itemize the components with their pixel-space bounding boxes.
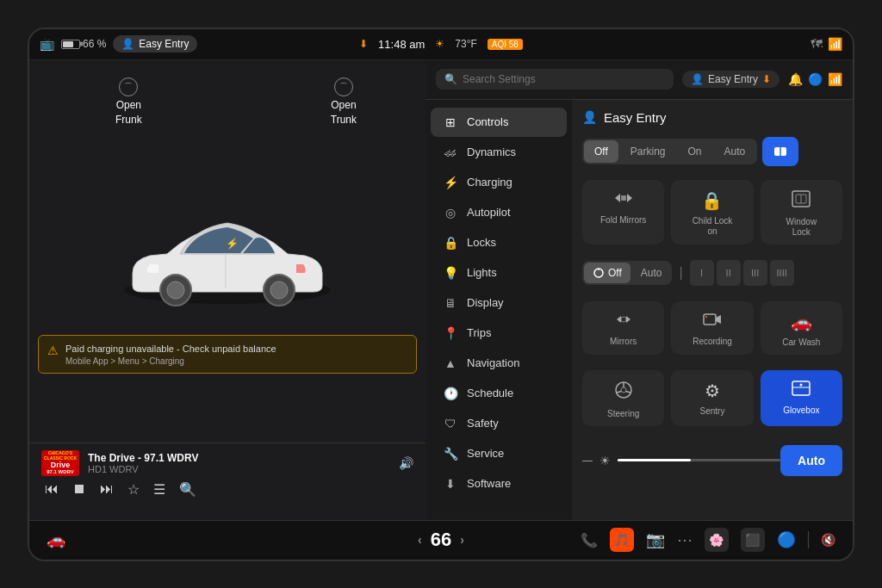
easy-entry-section-header: 👤 Easy Entry — [582, 110, 842, 125]
sidebar-item-lights[interactable]: 💡 Lights — [431, 258, 567, 288]
speed-arrow-right[interactable]: › — [460, 533, 464, 547]
car-icon[interactable]: 🚗 — [47, 530, 65, 549]
user-icon-header: 👤 — [691, 73, 704, 85]
charge-warning: ⚠ Paid charging unavailable - Check unpa… — [38, 335, 417, 373]
mirror-active-btn[interactable] — [762, 137, 798, 166]
sidebar-item-service[interactable]: 🔧 Service — [431, 439, 567, 468]
fold-mirrors-icon — [613, 190, 634, 210]
glovebox-item[interactable]: Glovebox — [761, 370, 842, 426]
safety-icon: 🛡 — [443, 417, 458, 430]
sidebar-item-dynamics[interactable]: 🏎 Dynamics — [431, 138, 567, 167]
wiper-off-btn[interactable]: Off — [584, 263, 630, 283]
sidebar-item-schedule[interactable]: 🕐 Schedule — [431, 379, 567, 408]
wiper-speed-1[interactable]: I — [690, 260, 714, 286]
mirror-control-row: Off Parking On Auto — [582, 137, 842, 166]
svg-text:⚡: ⚡ — [226, 237, 239, 250]
warning-icon: ⚠ — [47, 344, 59, 357]
fold-mirrors-item[interactable]: Fold Mirrors — [582, 180, 664, 244]
media-station: HD1 WDRV — [88, 464, 390, 474]
display-icon: 🖥 — [443, 296, 458, 310]
mirror-parking-btn[interactable]: Parking — [620, 140, 676, 163]
right-panel: 🔍 👤 Easy Entry ⬇ 🔔 🔵 📶 — [425, 60, 853, 520]
wiper-auto-btn[interactable]: Auto — [632, 263, 671, 283]
volume-mute-icon[interactable]: 🔇 — [821, 533, 835, 547]
sidebar-item-charging[interactable]: ⚡ Charging — [431, 168, 567, 197]
child-lock-item[interactable]: 🔒 Child Lockon — [671, 180, 753, 244]
wiper-speed-3[interactable]: III — [743, 260, 767, 286]
svg-rect-9 — [621, 195, 626, 201]
sidebar-item-software[interactable]: ⬇ Software — [431, 469, 567, 498]
locks-icon: 🔒 — [443, 236, 458, 250]
mirrors-label: Mirrors — [610, 337, 637, 347]
window-lock-item[interactable]: WindowLock — [761, 180, 842, 244]
trunk-label[interactable]: ⌒ Open Trunk — [331, 77, 357, 126]
bluetooth-icon[interactable]: 🔵 — [808, 72, 823, 86]
bluetooth-bottom-icon[interactable]: 🔵 — [777, 530, 796, 549]
media-title: The Drive - 97.1 WDRV — [88, 452, 390, 464]
mirrors-item[interactable]: Mirrors — [582, 301, 664, 355]
mirror-off-btn[interactable]: Off — [584, 140, 618, 163]
map-icon: 🗺 — [811, 37, 823, 51]
service-icon: 🔧 — [443, 447, 458, 461]
grid-icon[interactable]: ⬛ — [741, 528, 765, 552]
sidebar-item-locks[interactable]: 🔒 Locks — [431, 228, 567, 257]
media-info: CHICAGO'S CLASSIC ROCK Drive 97.1 WDRV T… — [41, 450, 413, 476]
bell-icon[interactable]: 🔔 — [788, 72, 803, 86]
stop-button[interactable]: ⏹ — [72, 481, 86, 497]
sidebar-item-navigation[interactable]: ▲ Navigation — [431, 349, 567, 378]
autopilot-label: Autopilot — [467, 206, 511, 219]
music-app-icon[interactable]: 🎵 — [610, 528, 634, 552]
media-player: CHICAGO'S CLASSIC ROCK Drive 97.1 WDRV T… — [29, 443, 425, 520]
steering-label: Steering — [607, 409, 639, 419]
sidebar-item-display[interactable]: 🖥 Display — [431, 288, 567, 318]
search-media-button[interactable]: 🔍 — [179, 481, 196, 498]
camera-icon[interactable]: 📷 — [646, 530, 665, 549]
time-display: 11:48 am — [378, 38, 425, 51]
steering-item[interactable]: Steering — [582, 370, 664, 426]
auto-button[interactable]: Auto — [780, 445, 842, 476]
next-button[interactable]: ⏭ — [100, 481, 114, 497]
wiper-speed-2[interactable]: II — [717, 260, 741, 286]
more-icon[interactable]: ⋯ — [677, 530, 693, 549]
easy-entry-status-badge[interactable]: 👤 Easy Entry — [113, 35, 197, 53]
battery-indicator: 66 % — [61, 38, 106, 50]
sidebar-item-safety[interactable]: 🛡 Safety — [431, 409, 567, 438]
volume-icon[interactable]: 🔊 — [399, 456, 413, 470]
wiper-speed-4[interactable]: IIII — [770, 260, 794, 286]
download-icon: ⬇ — [359, 38, 368, 50]
main-content: ⌒ Open Frunk ⌒ Open Trunk — [29, 60, 853, 520]
sidebar-item-controls[interactable]: ⊞ Controls — [431, 108, 567, 137]
controls-section: 👤 Easy Entry Off Parking On Auto — [582, 110, 842, 476]
glovebox-icon — [792, 381, 811, 400]
easy-entry-header-badge[interactable]: 👤 Easy Entry ⬇ — [682, 71, 780, 88]
equalizer-button[interactable]: ☰ — [153, 481, 165, 498]
recording-label: Recording — [693, 337, 732, 347]
svg-point-4 — [270, 282, 288, 299]
flower-icon[interactable]: 🌸 — [705, 528, 729, 552]
frunk-icon: ⌒ — [119, 77, 138, 96]
search-box[interactable]: 🔍 — [436, 69, 674, 90]
speed-arrow-left[interactable]: ‹ — [418, 533, 422, 547]
mirror-auto-btn[interactable]: Auto — [714, 140, 756, 163]
easy-entry-icon: 👤 — [582, 110, 597, 124]
search-input[interactable] — [463, 73, 665, 85]
svg-line-23 — [625, 391, 630, 393]
station-logo: CHICAGO'S CLASSIC ROCK Drive 97.1 WDRV — [41, 450, 79, 476]
frunk-label[interactable]: ⌒ Open Frunk — [115, 77, 142, 126]
favorite-button[interactable]: ☆ — [127, 481, 140, 498]
phone-icon[interactable]: 📞 — [581, 532, 598, 548]
charging-label: Charging — [467, 176, 512, 189]
car-area: ⌒ Open Frunk ⌒ Open Trunk — [29, 60, 425, 443]
sidebar-item-trips[interactable]: 📍 Trips — [431, 319, 567, 348]
recording-item[interactable]: Recording — [671, 301, 753, 355]
mirror-on-btn[interactable]: On — [677, 140, 711, 163]
prev-button[interactable]: ⏮ — [45, 481, 59, 497]
sentry-item[interactable]: ⚙ Sentry — [671, 370, 753, 426]
navigation-icon: ▲ — [443, 356, 458, 370]
sidebar-item-autopilot[interactable]: ◎ Autopilot — [431, 198, 567, 227]
car-wash-item[interactable]: 🚗 Car Wash — [761, 301, 842, 355]
brightness-row: — ☀ — [582, 454, 780, 467]
controls-icon: ⊞ — [443, 115, 458, 129]
brightness-slider[interactable] — [618, 459, 780, 461]
controls-label: Controls — [467, 115, 508, 128]
